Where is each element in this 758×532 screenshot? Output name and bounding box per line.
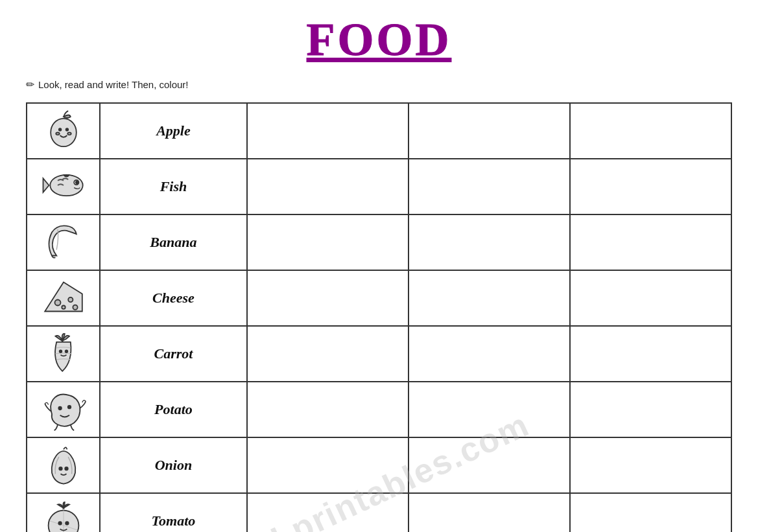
empty-cell-2-2[interactable] xyxy=(570,214,731,270)
banana-icon xyxy=(40,218,87,264)
empty-cell-4-2[interactable] xyxy=(570,326,731,382)
pencil-icon: ✏ xyxy=(26,78,34,91)
empty-cell-5-0[interactable] xyxy=(247,382,409,437)
name-cell-potato: Potato xyxy=(100,382,246,437)
empty-cell-6-2[interactable] xyxy=(570,437,731,493)
page: FOOD ✏ Look, read and write! Then, colou… xyxy=(0,0,758,532)
table-row: Potato xyxy=(27,382,731,437)
fish-icon xyxy=(40,162,87,209)
empty-cell-7-2[interactable] xyxy=(570,493,731,532)
icon-cell-tomato xyxy=(27,493,100,532)
icon-cell-onion xyxy=(27,437,100,493)
icon-cell-banana xyxy=(27,214,100,270)
icon-cell-apple xyxy=(27,103,100,159)
empty-cell-4-1[interactable] xyxy=(409,326,570,382)
potato-icon xyxy=(40,385,87,432)
name-cell-tomato: Tomato xyxy=(100,493,246,532)
empty-cell-0-2[interactable] xyxy=(570,103,731,159)
name-cell-apple: Apple xyxy=(100,103,246,159)
empty-cell-6-1[interactable] xyxy=(409,437,570,493)
instruction-text: Look, read and write! Then, colour! xyxy=(38,79,189,90)
name-cell-cheese: Cheese xyxy=(100,270,246,326)
icon-cell-fish xyxy=(27,159,100,214)
carrot-icon xyxy=(40,329,87,376)
icon-cell-potato xyxy=(27,382,100,437)
name-cell-fish: Fish xyxy=(100,159,246,214)
table-row: Fish xyxy=(27,159,731,214)
empty-cell-0-1[interactable] xyxy=(409,103,570,159)
cheese-icon xyxy=(40,273,87,320)
tomato-icon xyxy=(40,496,87,532)
table-row: Cheese xyxy=(27,270,731,326)
apple-icon xyxy=(40,106,87,153)
empty-cell-1-2[interactable] xyxy=(570,159,731,214)
table-row: Carrot xyxy=(27,326,731,382)
empty-cell-1-1[interactable] xyxy=(409,159,570,214)
table-row: Onion xyxy=(27,437,731,493)
empty-cell-7-1[interactable] xyxy=(409,493,570,532)
empty-cell-1-0[interactable] xyxy=(247,159,409,214)
empty-cell-0-0[interactable] xyxy=(247,103,409,159)
empty-cell-3-0[interactable] xyxy=(247,270,409,326)
instruction: ✏ Look, read and write! Then, colour! xyxy=(26,78,732,91)
empty-cell-6-0[interactable] xyxy=(247,437,409,493)
name-cell-banana: Banana xyxy=(100,214,246,270)
food-table: AppleFishBananaCheeseCarrotPotatoOnionTo… xyxy=(26,102,732,532)
icon-cell-cheese xyxy=(27,270,100,326)
page-title: FOOD xyxy=(26,13,732,67)
table-row: Tomato xyxy=(27,493,731,532)
empty-cell-5-2[interactable] xyxy=(570,382,731,437)
empty-cell-5-1[interactable] xyxy=(409,382,570,437)
empty-cell-4-0[interactable] xyxy=(247,326,409,382)
empty-cell-2-1[interactable] xyxy=(409,214,570,270)
table-row: Banana xyxy=(27,214,731,270)
icon-cell-carrot xyxy=(27,326,100,382)
table-row: Apple xyxy=(27,103,731,159)
onion-icon xyxy=(40,441,87,487)
empty-cell-3-2[interactable] xyxy=(570,270,731,326)
empty-cell-3-1[interactable] xyxy=(409,270,570,326)
empty-cell-7-0[interactable] xyxy=(247,493,409,532)
empty-cell-2-0[interactable] xyxy=(247,214,409,270)
name-cell-onion: Onion xyxy=(100,437,246,493)
name-cell-carrot: Carrot xyxy=(100,326,246,382)
